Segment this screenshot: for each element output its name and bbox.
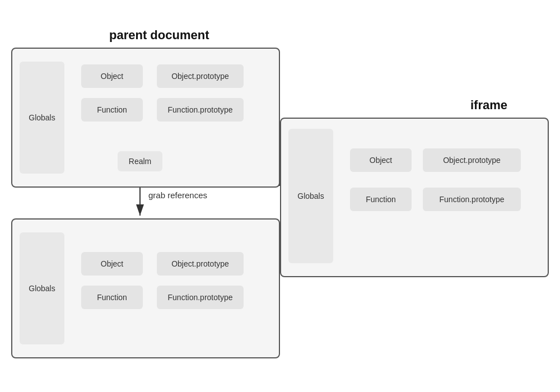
parent-object-label: Object bbox=[101, 72, 123, 81]
parent-globals-label: Globals bbox=[29, 113, 55, 122]
child-object-label: Object bbox=[101, 259, 123, 268]
parent-object-prototype-pill: Object.prototype bbox=[157, 64, 244, 88]
parent-function-prototype-pill: Function.prototype bbox=[157, 98, 244, 122]
iframe-function-prototype-pill: Function.prototype bbox=[423, 188, 521, 211]
child-function-prototype-label: Function.prototype bbox=[168, 293, 233, 302]
iframe-function-pill: Function bbox=[350, 188, 412, 211]
child-function-prototype-pill: Function.prototype bbox=[157, 286, 244, 309]
child-function-pill: Function bbox=[81, 286, 143, 309]
realm-label: Realm bbox=[129, 157, 151, 166]
grab-references-label: grab references bbox=[148, 190, 207, 200]
child-object-prototype-pill: Object.prototype bbox=[157, 252, 244, 276]
realm-label-box: Realm bbox=[118, 151, 162, 171]
parent-globals-box: Globals bbox=[20, 62, 64, 174]
iframe-object-label: Object bbox=[370, 156, 392, 165]
iframe-object-prototype-label: Object.prototype bbox=[443, 156, 501, 165]
iframe-function-prototype-label: Function.prototype bbox=[440, 195, 505, 204]
iframe-function-label: Function bbox=[366, 195, 396, 204]
iframe-object-prototype-pill: Object.prototype bbox=[423, 148, 521, 172]
iframe-globals-box: Globals bbox=[288, 129, 333, 263]
parent-function-label: Function bbox=[97, 105, 127, 114]
child-globals-box: Globals bbox=[20, 232, 64, 344]
parent-object-pill: Object bbox=[81, 64, 143, 88]
parent-function-pill: Function bbox=[81, 98, 143, 122]
parent-object-prototype-label: Object.prototype bbox=[171, 72, 229, 81]
child-object-prototype-label: Object.prototype bbox=[171, 259, 229, 268]
iframe-globals-label: Globals bbox=[297, 192, 324, 200]
parent-function-prototype-label: Function.prototype bbox=[168, 105, 233, 114]
child-object-pill: Object bbox=[81, 252, 143, 276]
child-function-label: Function bbox=[97, 293, 127, 302]
diagram-container: parent document Globals Object Object.pr… bbox=[0, 0, 560, 392]
iframe-title: iframe bbox=[470, 98, 507, 113]
child-globals-label: Globals bbox=[29, 284, 55, 293]
iframe-object-pill: Object bbox=[350, 148, 412, 172]
parent-document-title: parent document bbox=[109, 28, 209, 43]
